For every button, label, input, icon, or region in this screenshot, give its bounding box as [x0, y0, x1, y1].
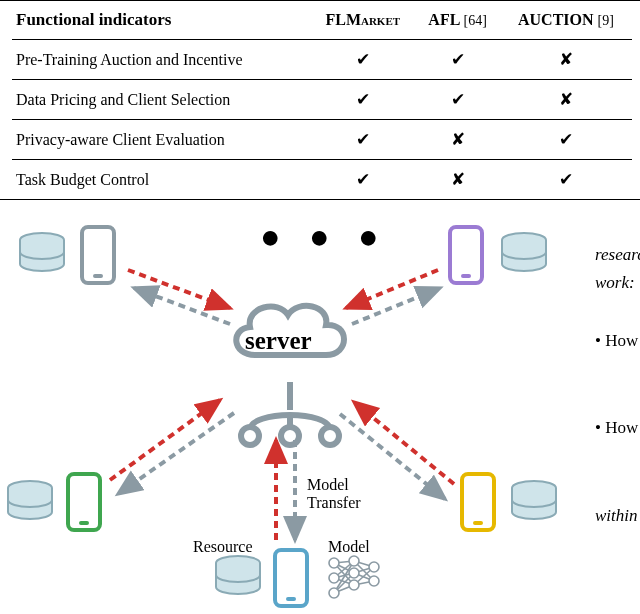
cell: ✘	[415, 160, 500, 200]
cell-fn: Task Budget Control	[12, 160, 310, 200]
cell: ✘	[500, 40, 632, 80]
table-row: Task Budget Control ✔ ✘ ✔	[12, 160, 632, 200]
arrows-layer	[0, 230, 580, 614]
svg-line-2	[346, 270, 438, 308]
header-col1: FLMarket	[310, 1, 415, 40]
cell: ✔	[310, 160, 415, 200]
cell: ✔	[310, 40, 415, 80]
text-line: research questions that we attempt to an…	[595, 243, 640, 267]
svg-line-5	[118, 413, 234, 494]
table-row: Data Pricing and Client Selection ✔ ✔ ✘	[12, 80, 632, 120]
text-line: work:	[595, 271, 640, 295]
header-col3: AUCTION [9]	[500, 1, 632, 40]
cell-fn: Pre-Training Auction and Incentive	[12, 40, 310, 80]
cell: ✘	[415, 120, 500, 160]
cell: ✔	[500, 120, 632, 160]
cell-fn: Data Pricing and Client Selection	[12, 80, 310, 120]
bullet-line: How to select clients with high data val…	[595, 416, 640, 440]
text-line: within budget.	[595, 504, 640, 528]
svg-line-7	[340, 414, 445, 499]
header-fn: Functional indicators	[12, 1, 310, 40]
cell: ✔	[310, 120, 415, 160]
svg-line-6	[354, 402, 454, 484]
svg-line-4	[110, 400, 220, 480]
table-row: Pre-Training Auction and Incentive ✔ ✔ ✘	[12, 40, 632, 80]
table: Functional indicators FLMarket AFL [64] …	[12, 1, 632, 199]
fl-diagram: server ● ● ●	[0, 230, 580, 614]
table-row: Privacy-aware Client Evaluation ✔ ✘ ✔	[12, 120, 632, 160]
side-text-fragment: research questions that we attempt to an…	[595, 243, 640, 532]
bullet-line: How to evaluate the data value of client…	[595, 329, 640, 353]
cell: ✔	[415, 40, 500, 80]
cell: ✔	[500, 160, 632, 200]
svg-line-1	[134, 288, 230, 324]
svg-line-3	[352, 288, 440, 324]
svg-line-0	[128, 270, 230, 308]
cell: ✘	[500, 80, 632, 120]
comparison-table: Functional indicators FLMarket AFL [64] …	[0, 0, 640, 200]
header-col2: AFL [64]	[415, 1, 500, 40]
cell-fn: Privacy-aware Client Evaluation	[12, 120, 310, 160]
server-label: server	[245, 327, 312, 355]
cell: ✔	[310, 80, 415, 120]
cell: ✔	[415, 80, 500, 120]
